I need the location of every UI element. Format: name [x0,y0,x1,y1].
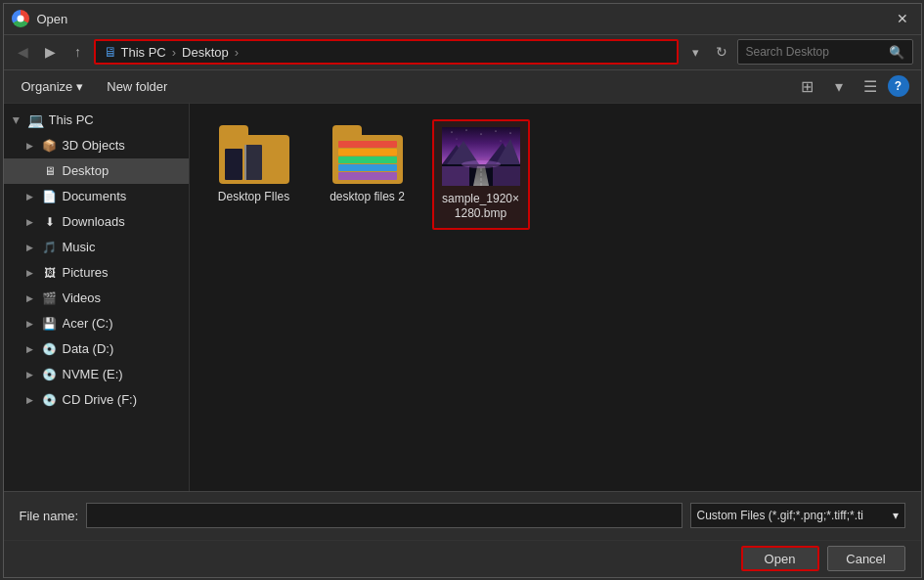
3d-objects-label: 3D Objects [63,138,125,153]
address-sep-1: › [172,45,176,60]
sidebar-item-downloads[interactable]: ▶ ⬇ Downloads [4,209,189,235]
desktop-label: Desktop [63,163,110,178]
refresh-button[interactable]: ↻ [710,39,733,65]
search-box[interactable]: 🔍 [737,39,913,65]
sidebar-item-data[interactable]: ▶ 💿 Data (D:) [4,336,189,362]
address-bar[interactable]: 🖥 This PC › Desktop › [94,39,679,65]
music-icon: 🎵 [41,239,59,256]
open-dialog: Open ✕ ◀ ▶ ↑ 🖥 This PC › Desktop › ▾ ↻ 🔍 [3,3,922,578]
expand-arrow-music: ▶ [23,241,37,254]
svg-point-5 [509,132,510,133]
search-input[interactable] [746,45,885,59]
file-label-sample-bmp: sample_1920×1280.bmp [440,192,522,222]
file-item-desktop-files-2[interactable]: desktop files 2 [319,119,417,230]
expand-arrow-acer: ▶ [23,317,37,331]
organize-arrow-icon: ▾ [76,79,83,94]
open-button[interactable]: Open [741,546,819,571]
expand-arrow-cdrive: ▶ [23,393,37,407]
organize-button[interactable]: Organize ▾ [16,76,90,97]
expand-arrow-3d: ▶ [23,139,37,153]
file-name-label: File name: [20,509,79,523]
expand-arrow-documents: ▶ [23,190,37,203]
file-type-dropdown[interactable]: Custom Files (*.gif;*.png;*.tiff;*.ti ▾ [690,503,905,528]
sidebar-item-3d-objects[interactable]: ▶ 📦 3D Objects [4,133,189,158]
dialog-title: Open [37,12,68,26]
file-type-label: Custom Files (*.gif;*.png;*.tiff;*.ti [697,509,864,522]
chrome-icon [12,10,29,27]
forward-arrow-icon: ▶ [45,44,56,60]
file-item-sample-bmp[interactable]: sample_1920×1280.bmp [432,119,530,230]
main-area: ▶ 💻 This PC ▶ 📦 3D Objects ▶ 🖥 Desktop ▶… [4,104,921,491]
address-segment-pc: This PC [121,45,166,60]
sidebar-item-documents[interactable]: ▶ 📄 Documents [4,184,189,209]
back-button[interactable]: ◀ [12,40,35,64]
sidebar-item-nvme[interactable]: ▶ 💿 NVME (E:) [4,362,189,387]
data-label: Data (D:) [63,341,114,356]
button-row: Open Cancel [4,540,921,577]
svg-point-4 [495,130,496,131]
svg-point-1 [451,131,452,132]
file-item-desktop-files[interactable]: Desktop FIles [205,119,303,230]
bottom-bar: File name: Custom Files (*.gif;*.png;*.t… [4,491,921,540]
help-button[interactable]: ? [888,75,909,97]
address-sep-2: › [235,45,239,60]
view-dropdown-button[interactable]: ▾ [825,74,853,98]
videos-icon: 🎬 [41,290,59,307]
music-label: Music [63,240,96,254]
address-toolbar: ◀ ▶ ↑ 🖥 This PC › Desktop › ▾ ↻ 🔍 [4,35,921,70]
titlebar: Open ✕ [4,4,921,35]
sidebar-item-cdrive[interactable]: ▶ 💿 CD Drive (F:) [4,387,189,413]
file-area: Desktop FIles desk [190,104,921,491]
svg-point-7 [500,140,501,141]
downloads-label: Downloads [63,214,125,229]
data-icon: 💿 [41,340,59,358]
up-arrow-icon: ↑ [74,44,81,60]
file-name-input[interactable] [86,503,682,528]
back-arrow-icon: ◀ [18,44,28,60]
file-label-desktop-files-2: desktop files 2 [330,190,405,205]
pictures-label: Pictures [63,265,109,280]
svg-point-6 [456,138,457,139]
up-button[interactable]: ↑ [66,40,90,64]
close-button[interactable]: ✕ [892,8,913,29]
file-label-desktop-files: Desktop FIles [218,190,289,205]
file-type-dropdown-arrow: ▾ [893,509,899,522]
details-view-icon: ☰ [863,77,877,96]
sidebar-item-pictures[interactable]: ▶ 🖼 Pictures [4,260,189,286]
nvme-icon: 💿 [41,366,59,383]
sidebar-item-videos[interactable]: ▶ 🎬 Videos [4,286,189,311]
pictures-icon: 🖼 [41,264,59,282]
nvme-label: NVME (E:) [63,367,123,381]
expand-arrow-videos: ▶ [23,291,37,305]
organize-toolbar: Organize ▾ New folder ⊞ ▾ ☰ ? [4,70,921,104]
view-details-button[interactable]: ☰ [857,74,884,98]
organize-label: Organize [22,79,73,94]
expand-arrow-pictures: ▶ [23,266,37,280]
cdrive-label: CD Drive (F:) [63,392,138,407]
view-dropdown-icon: ▾ [835,77,843,96]
3d-objects-icon: 📦 [41,137,59,155]
cancel-button[interactable]: Cancel [827,546,905,571]
videos-label: Videos [63,290,102,305]
help-icon: ? [895,79,902,93]
pc-icon: 🖥 [104,44,117,60]
svg-rect-15 [493,166,520,186]
titlebar-controls: ✕ [892,8,913,29]
svg-point-18 [462,160,501,168]
sidebar-item-music[interactable]: ▶ 🎵 Music [4,235,189,260]
svg-point-2 [465,129,466,130]
svg-point-3 [480,133,481,134]
forward-button[interactable]: ▶ [39,40,63,64]
sidebar-item-desktop[interactable]: ▶ 🖥 Desktop [4,158,189,184]
view-grid-button[interactable]: ⊞ [794,74,821,98]
sidebar: ▶ 💻 This PC ▶ 📦 3D Objects ▶ 🖥 Desktop ▶… [4,104,190,491]
expand-arrow-this-pc: ▶ [10,113,23,127]
landscape-thumbnail [442,127,520,186]
downloads-icon: ⬇ [41,213,59,231]
new-folder-button[interactable]: New folder [101,76,173,97]
desktop-icon: 🖥 [41,162,59,180]
sidebar-item-this-pc[interactable]: ▶ 💻 This PC [4,108,189,133]
address-dropdown[interactable]: ▾ [686,39,706,65]
sidebar-item-acer[interactable]: ▶ 💾 Acer (C:) [4,311,189,336]
grid-view-icon: ⊞ [801,77,814,96]
